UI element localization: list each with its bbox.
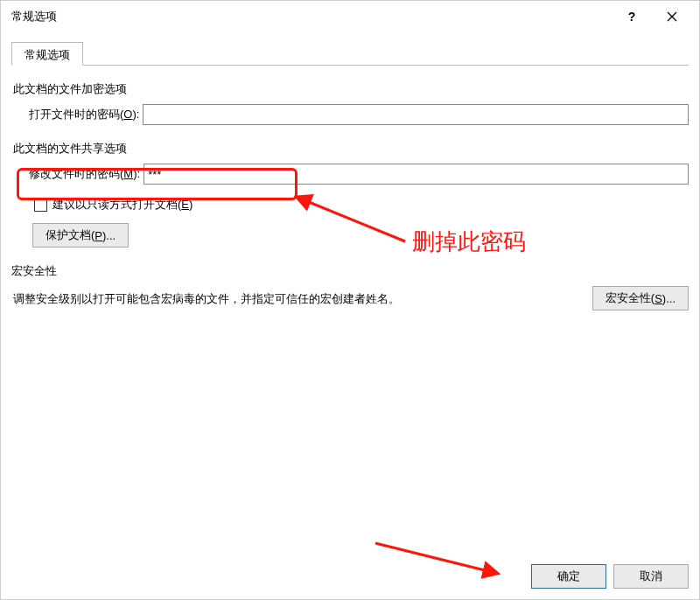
section-encrypt-heading: 此文档的文件加密选项 [13, 81, 689, 97]
dialog-footer: 确定 取消 [1, 554, 699, 599]
tab-general-options[interactable]: 常规选项 [11, 42, 83, 66]
section-share-heading: 此文档的文件共享选项 [13, 141, 689, 157]
close-button[interactable] [652, 3, 692, 30]
section-macro-heading: 宏安全性 [11, 263, 689, 279]
macro-row: 调整安全级别以打开可能包含宏病毒的文件，并指定可信任的宏创建者姓名。 宏安全性(… [13, 286, 689, 310]
open-password-input[interactable] [143, 104, 689, 125]
cancel-button[interactable]: 取消 [613, 564, 689, 589]
titlebar: 常规选项 ? [1, 1, 699, 32]
close-icon [667, 11, 677, 22]
help-button[interactable]: ? [612, 3, 652, 30]
modify-password-label: 修改文件时的密码(M): [29, 166, 140, 182]
macro-description: 调整安全级别以打开可能包含宏病毒的文件，并指定可信任的宏创建者姓名。 [13, 286, 585, 307]
protect-document-button[interactable]: 保护文档(P)... [32, 223, 129, 248]
checkbox-icon [34, 199, 47, 212]
ok-button[interactable]: 确定 [531, 564, 606, 589]
modify-password-input[interactable] [144, 164, 689, 185]
readonly-recommend-label: 建议以只读方式打开文档(E) [52, 197, 192, 213]
modify-password-row: 修改文件时的密码(M): [29, 164, 689, 185]
readonly-recommend-checkbox[interactable]: 建议以只读方式打开文档(E) [34, 197, 689, 213]
window-title: 常规选项 [8, 9, 612, 24]
open-password-row: 打开文件时的密码(O): [29, 104, 689, 125]
help-icon: ? [628, 10, 636, 24]
open-password-label: 打开文件时的密码(O): [29, 107, 139, 122]
tabstrip: 常规选项 [11, 41, 689, 66]
macro-security-button[interactable]: 宏安全性(S)... [592, 286, 689, 310]
